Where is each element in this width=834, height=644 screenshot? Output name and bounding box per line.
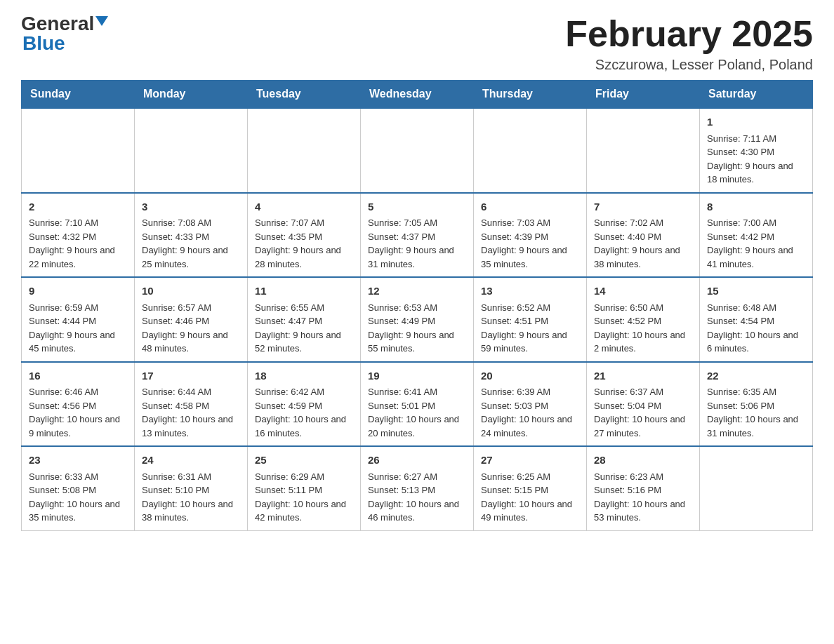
calendar-cell: 13Sunrise: 6:52 AMSunset: 4:51 PMDayligh… <box>474 277 587 362</box>
daylight-text: Daylight: 10 hours and 38 minutes. <box>142 497 240 525</box>
daylight-text: Daylight: 10 hours and 53 minutes. <box>594 497 692 525</box>
sunset-text: Sunset: 4:44 PM <box>29 314 127 328</box>
col-friday: Friday <box>587 81 700 109</box>
col-sunday: Sunday <box>22 81 135 109</box>
sunrise-text: Sunrise: 6:50 AM <box>594 301 692 315</box>
day-number: 21 <box>594 368 692 384</box>
sunset-text: Sunset: 4:32 PM <box>29 230 127 244</box>
day-number: 28 <box>594 452 692 469</box>
col-wednesday: Wednesday <box>361 81 474 109</box>
calendar-cell: 9Sunrise: 6:59 AMSunset: 4:44 PMDaylight… <box>22 277 135 362</box>
calendar-cell: 21Sunrise: 6:37 AMSunset: 5:04 PMDayligh… <box>587 362 700 447</box>
calendar-cell: 15Sunrise: 6:48 AMSunset: 4:54 PMDayligh… <box>700 277 813 362</box>
daylight-text: Daylight: 10 hours and 6 minutes. <box>707 328 805 356</box>
calendar-table: Sunday Monday Tuesday Wednesday Thursday… <box>21 80 813 531</box>
sunset-text: Sunset: 4:39 PM <box>481 230 579 244</box>
day-number: 14 <box>594 283 692 300</box>
sunset-text: Sunset: 5:03 PM <box>481 399 579 413</box>
sunrise-text: Sunrise: 6:29 AM <box>255 470 353 484</box>
daylight-text: Daylight: 9 hours and 18 minutes. <box>707 159 805 187</box>
day-number: 10 <box>142 283 240 300</box>
calendar-week-row: 16Sunrise: 6:46 AMSunset: 4:56 PMDayligh… <box>22 362 813 447</box>
daylight-text: Daylight: 10 hours and 20 minutes. <box>368 412 466 440</box>
day-number: 8 <box>707 199 805 215</box>
col-tuesday: Tuesday <box>248 81 361 109</box>
daylight-text: Daylight: 10 hours and 2 minutes. <box>594 328 692 356</box>
sunset-text: Sunset: 4:30 PM <box>707 145 805 159</box>
day-number: 27 <box>481 452 579 469</box>
logo: General Blue <box>21 14 108 53</box>
calendar-cell: 26Sunrise: 6:27 AMSunset: 5:13 PMDayligh… <box>361 446 474 530</box>
sunrise-text: Sunrise: 6:42 AM <box>255 385 353 399</box>
calendar-cell: 4Sunrise: 7:07 AMSunset: 4:35 PMDaylight… <box>248 193 361 278</box>
calendar-cell <box>22 108 135 193</box>
calendar-cell: 17Sunrise: 6:44 AMSunset: 4:58 PMDayligh… <box>135 362 248 447</box>
daylight-text: Daylight: 9 hours and 59 minutes. <box>481 328 579 356</box>
sunset-text: Sunset: 4:59 PM <box>255 399 353 413</box>
sunset-text: Sunset: 5:04 PM <box>594 399 692 413</box>
sunset-text: Sunset: 4:47 PM <box>255 314 353 328</box>
sunset-text: Sunset: 4:54 PM <box>707 314 805 328</box>
sunrise-text: Sunrise: 6:39 AM <box>481 385 579 399</box>
sunset-text: Sunset: 5:06 PM <box>707 399 805 413</box>
day-number: 24 <box>142 452 240 469</box>
calendar-cell: 18Sunrise: 6:42 AMSunset: 4:59 PMDayligh… <box>248 362 361 447</box>
calendar-cell: 16Sunrise: 6:46 AMSunset: 4:56 PMDayligh… <box>22 362 135 447</box>
daylight-text: Daylight: 10 hours and 49 minutes. <box>481 497 579 525</box>
calendar-cell: 12Sunrise: 6:53 AMSunset: 4:49 PMDayligh… <box>361 277 474 362</box>
calendar-cell: 1Sunrise: 7:11 AMSunset: 4:30 PMDaylight… <box>700 108 813 193</box>
daylight-text: Daylight: 10 hours and 24 minutes. <box>481 412 579 440</box>
day-number: 26 <box>368 452 466 469</box>
logo-triangle-icon <box>95 16 108 26</box>
daylight-text: Daylight: 9 hours and 35 minutes. <box>481 243 579 271</box>
title-block: February 2025 Szczurowa, Lesser Poland, … <box>565 14 813 73</box>
sunrise-text: Sunrise: 6:35 AM <box>707 385 805 399</box>
sunrise-text: Sunrise: 6:37 AM <box>594 385 692 399</box>
calendar-cell: 11Sunrise: 6:55 AMSunset: 4:47 PMDayligh… <box>248 277 361 362</box>
daylight-text: Daylight: 9 hours and 52 minutes. <box>255 328 353 356</box>
daylight-text: Daylight: 9 hours and 41 minutes. <box>707 243 805 271</box>
day-number: 16 <box>29 368 127 384</box>
calendar-cell: 2Sunrise: 7:10 AMSunset: 4:32 PMDaylight… <box>22 193 135 278</box>
sunset-text: Sunset: 5:16 PM <box>594 483 692 497</box>
sunrise-text: Sunrise: 6:31 AM <box>142 470 240 484</box>
month-title: February 2025 <box>565 14 813 54</box>
sunrise-text: Sunrise: 6:23 AM <box>594 470 692 484</box>
day-number: 7 <box>594 199 692 215</box>
col-thursday: Thursday <box>474 81 587 109</box>
sunset-text: Sunset: 4:33 PM <box>142 230 240 244</box>
daylight-text: Daylight: 10 hours and 27 minutes. <box>594 412 692 440</box>
sunset-text: Sunset: 4:42 PM <box>707 230 805 244</box>
daylight-text: Daylight: 10 hours and 46 minutes. <box>368 497 466 525</box>
day-number: 17 <box>142 368 240 384</box>
calendar-cell <box>700 446 813 530</box>
sunset-text: Sunset: 4:46 PM <box>142 314 240 328</box>
sunset-text: Sunset: 5:15 PM <box>481 483 579 497</box>
logo-blue: Blue <box>22 32 65 54</box>
day-number: 15 <box>707 283 805 300</box>
page-header: General Blue February 2025 Szczurowa, Le… <box>21 14 813 73</box>
day-number: 5 <box>368 199 466 215</box>
calendar-cell: 23Sunrise: 6:33 AMSunset: 5:08 PMDayligh… <box>22 446 135 530</box>
calendar-cell <box>587 108 700 193</box>
day-number: 22 <box>707 368 805 384</box>
sunset-text: Sunset: 4:56 PM <box>29 399 127 413</box>
calendar-week-row: 9Sunrise: 6:59 AMSunset: 4:44 PMDaylight… <box>22 277 813 362</box>
daylight-text: Daylight: 10 hours and 42 minutes. <box>255 497 353 525</box>
day-number: 23 <box>29 452 127 469</box>
calendar-cell: 7Sunrise: 7:02 AMSunset: 4:40 PMDaylight… <box>587 193 700 278</box>
sunrise-text: Sunrise: 7:02 AM <box>594 216 692 230</box>
day-number: 12 <box>368 283 466 300</box>
day-number: 6 <box>481 199 579 215</box>
sunrise-text: Sunrise: 6:33 AM <box>29 470 127 484</box>
calendar-cell <box>135 108 248 193</box>
day-number: 2 <box>29 199 127 215</box>
daylight-text: Daylight: 10 hours and 35 minutes. <box>29 497 127 525</box>
daylight-text: Daylight: 9 hours and 45 minutes. <box>29 328 127 356</box>
sunset-text: Sunset: 4:40 PM <box>594 230 692 244</box>
col-saturday: Saturday <box>700 81 813 109</box>
daylight-text: Daylight: 9 hours and 22 minutes. <box>29 243 127 271</box>
calendar-week-row: 2Sunrise: 7:10 AMSunset: 4:32 PMDaylight… <box>22 193 813 278</box>
calendar-cell: 8Sunrise: 7:00 AMSunset: 4:42 PMDaylight… <box>700 193 813 278</box>
day-number: 1 <box>707 114 805 130</box>
